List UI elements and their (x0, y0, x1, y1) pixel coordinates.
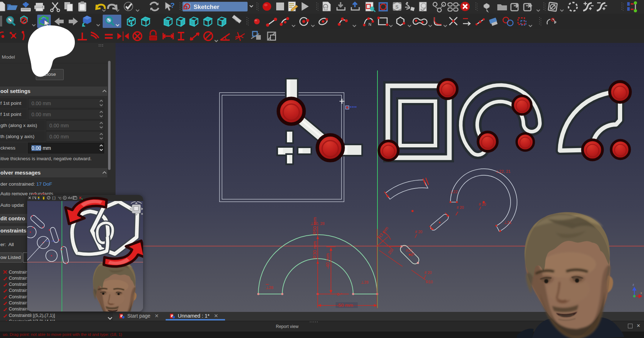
svg-text:⊥28: ⊥28 (265, 285, 273, 290)
svg-text:# 20: # 20 (415, 230, 423, 234)
svg-text:⊥22: ⊥22 (450, 190, 458, 194)
svg-text:#10: #10 (406, 248, 412, 253)
svg-text:⊥28: ⊥28 (361, 280, 369, 284)
svg-text:-40 mm: -40 mm (325, 253, 330, 269)
svg-text:# 20: # 20 (479, 202, 486, 206)
svg-text:⊥22, 21: ⊥22, 21 (496, 169, 511, 173)
svg-text:0-°: 0-° (337, 292, 342, 297)
svg-text:R10: R10 (426, 280, 433, 284)
svg-text:# 20: # 20 (424, 270, 432, 275)
svg-text:R50 mm: R50 mm (312, 217, 317, 235)
svg-text:R30 mm: R30 mm (312, 241, 317, 259)
svg-text:R3 mm: R3 mm (377, 226, 389, 240)
svg-text:-50 mm: -50 mm (337, 303, 353, 308)
svg-text:⊥20, 28: ⊥20, 28 (310, 221, 325, 226)
svg-text:⊥21: ⊥21 (504, 220, 512, 225)
svg-text:# 20: # 20 (457, 205, 464, 210)
